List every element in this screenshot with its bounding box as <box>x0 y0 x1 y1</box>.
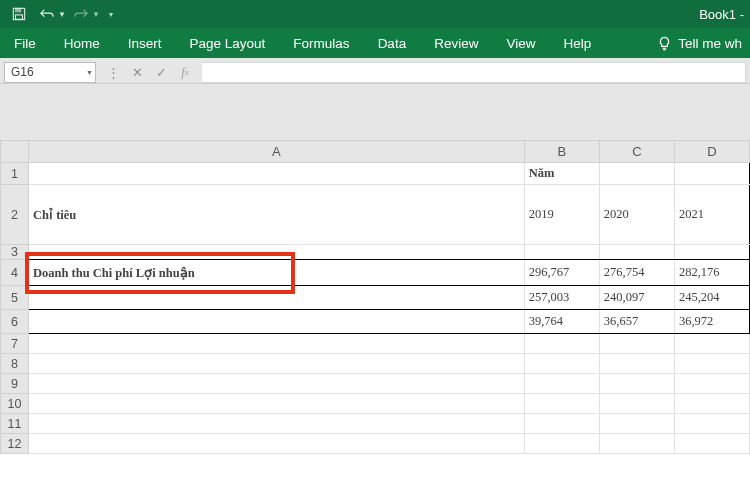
cell-A5[interactable] <box>29 286 525 310</box>
redo-icon[interactable] <box>68 3 94 25</box>
tab-review[interactable]: Review <box>420 28 492 58</box>
row-header[interactable]: 6 <box>1 310 29 334</box>
cell[interactable] <box>524 414 599 434</box>
tell-me[interactable]: Tell me wh <box>649 28 750 58</box>
cell-D4[interactable]: 282,176 <box>674 260 749 286</box>
row-header[interactable]: 11 <box>1 414 29 434</box>
svg-rect-2 <box>16 15 23 19</box>
row-header[interactable]: 10 <box>1 394 29 414</box>
tab-page-layout[interactable]: Page Layout <box>176 28 280 58</box>
quick-access-toolbar: ▼ ▼ ▾ <box>0 3 120 25</box>
cell-D2[interactable]: 2021 <box>674 185 749 245</box>
row-header[interactable]: 5 <box>1 286 29 310</box>
tab-help[interactable]: Help <box>549 28 605 58</box>
cell[interactable] <box>599 374 674 394</box>
formula-input[interactable] <box>202 62 746 83</box>
col-header-B[interactable]: B <box>524 141 599 163</box>
undo-icon[interactable] <box>34 3 60 25</box>
table-row: 9 <box>1 374 750 394</box>
ribbon-tabs: File Home Insert Page Layout Formulas Da… <box>0 28 750 58</box>
cell[interactable] <box>29 394 525 414</box>
cell[interactable] <box>599 394 674 414</box>
cell-D5[interactable]: 245,204 <box>674 286 749 310</box>
cell-B4[interactable]: 296,767 <box>524 260 599 286</box>
cell-B3[interactable] <box>524 245 599 260</box>
cell-C1[interactable] <box>599 163 674 185</box>
cell-C5[interactable]: 240,097 <box>599 286 674 310</box>
table-row: 6 39,764 36,657 36,972 <box>1 310 750 334</box>
cell[interactable] <box>29 334 525 354</box>
cell-B1[interactable]: Năm <box>524 163 599 185</box>
row-header[interactable]: 8 <box>1 354 29 374</box>
tab-insert[interactable]: Insert <box>114 28 176 58</box>
cell[interactable] <box>29 434 525 454</box>
table-row: 8 <box>1 354 750 374</box>
namebox-more-icon[interactable]: ⋮ <box>102 62 124 83</box>
row-header[interactable]: 1 <box>1 163 29 185</box>
cell[interactable] <box>674 434 749 454</box>
row-header[interactable]: 7 <box>1 334 29 354</box>
cell-A2[interactable]: Chỉ tiêu <box>29 185 525 245</box>
cell[interactable] <box>524 334 599 354</box>
col-header-A[interactable]: A <box>29 141 525 163</box>
cell-C6[interactable]: 36,657 <box>599 310 674 334</box>
qat-customize-icon[interactable]: ▾ <box>102 3 120 25</box>
table-row: 1 Năm <box>1 163 750 185</box>
cell-B2[interactable]: 2019 <box>524 185 599 245</box>
worksheet[interactable]: A B C D 1 Năm 2 Chỉ tiêu 2019 2020 2021 … <box>0 140 750 454</box>
cell-A1[interactable] <box>29 163 525 185</box>
tab-view[interactable]: View <box>492 28 549 58</box>
row-header[interactable]: 2 <box>1 185 29 245</box>
cell[interactable] <box>599 334 674 354</box>
cell[interactable] <box>29 414 525 434</box>
cell[interactable] <box>524 374 599 394</box>
cell[interactable] <box>599 354 674 374</box>
cell-A4[interactable]: Doanh thu Chi phí Lợi nhuận <box>29 260 525 286</box>
col-header-C[interactable]: C <box>599 141 674 163</box>
cell-B6[interactable]: 39,764 <box>524 310 599 334</box>
cell[interactable] <box>524 354 599 374</box>
cell[interactable] <box>524 434 599 454</box>
cell[interactable] <box>524 394 599 414</box>
cell-A3[interactable] <box>29 245 525 260</box>
cell[interactable] <box>599 414 674 434</box>
cell-A6[interactable] <box>29 310 525 334</box>
chevron-down-icon[interactable]: ▼ <box>86 69 93 76</box>
cell[interactable] <box>674 394 749 414</box>
table-row: 10 <box>1 394 750 414</box>
formula-bar: G16 ▼ ⋮ ✕ ✓ fx <box>0 58 750 84</box>
fx-icon[interactable]: fx <box>174 62 196 83</box>
cell[interactable] <box>674 414 749 434</box>
tab-home[interactable]: Home <box>50 28 114 58</box>
row-header[interactable]: 4 <box>1 260 29 286</box>
col-header-D[interactable]: D <box>674 141 749 163</box>
tab-formulas[interactable]: Formulas <box>279 28 363 58</box>
cell[interactable] <box>674 374 749 394</box>
enter-icon[interactable]: ✓ <box>150 62 172 83</box>
cell-B5[interactable]: 257,003 <box>524 286 599 310</box>
table-row: 4 Doanh thu Chi phí Lợi nhuận 296,767 27… <box>1 260 750 286</box>
tab-file[interactable]: File <box>0 28 50 58</box>
cell-D6[interactable]: 36,972 <box>674 310 749 334</box>
cell-C4[interactable]: 276,754 <box>599 260 674 286</box>
cell[interactable] <box>674 334 749 354</box>
tab-data[interactable]: Data <box>364 28 421 58</box>
cell-C2[interactable]: 2020 <box>599 185 674 245</box>
cell[interactable] <box>599 434 674 454</box>
cell-D3[interactable] <box>674 245 749 260</box>
select-all-corner[interactable] <box>1 141 29 163</box>
save-icon[interactable] <box>6 3 32 25</box>
row-header[interactable]: 12 <box>1 434 29 454</box>
name-box[interactable]: G16 ▼ <box>4 62 96 83</box>
cell[interactable] <box>674 354 749 374</box>
cell[interactable] <box>29 374 525 394</box>
column-headers: A B C D <box>1 141 750 163</box>
cell-C3[interactable] <box>599 245 674 260</box>
row-header[interactable]: 9 <box>1 374 29 394</box>
row-header[interactable]: 3 <box>1 245 29 260</box>
cell[interactable] <box>29 354 525 374</box>
table-row: 11 <box>1 414 750 434</box>
lightbulb-icon <box>657 36 672 51</box>
cancel-icon[interactable]: ✕ <box>126 62 148 83</box>
cell-D1[interactable] <box>674 163 749 185</box>
